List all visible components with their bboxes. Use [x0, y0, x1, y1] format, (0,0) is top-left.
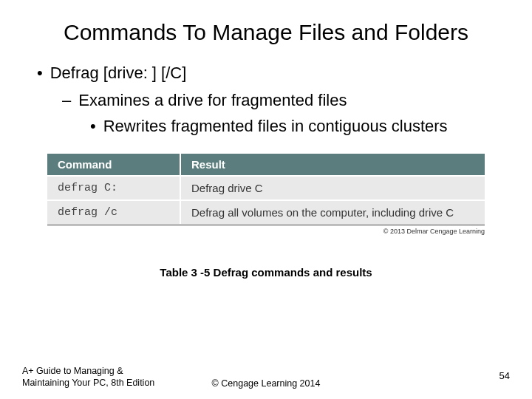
- bullet-dash-icon: –: [62, 91, 71, 109]
- footer-book-line1: A+ Guide to Managing &: [22, 366, 123, 376]
- bullet-level-2: –Examines a drive for fragmented files: [30, 89, 510, 112]
- bullet-level-3: •Rewrites fragmented files in contiguous…: [30, 115, 510, 138]
- table-header-result: Result: [180, 154, 485, 176]
- bullet-2-text: Examines a drive for fragmented files: [78, 91, 347, 109]
- table-row: defrag /c Defrag all volumes on the comp…: [47, 200, 485, 224]
- footer-book-title: A+ Guide to Managing & Maintaining Your …: [22, 365, 154, 389]
- table-row: defrag C: Defrag drive C: [47, 176, 485, 200]
- table-header-command: Command: [47, 154, 180, 176]
- table-copyright: © 2013 Delmar Cengage Learning: [22, 228, 485, 235]
- bullet-dot-icon: •: [37, 64, 43, 82]
- table-caption: Table 3 -5 Defrag commands and results: [22, 266, 510, 279]
- bullet-level-1: •Defrag [drive: ] [/C]: [30, 62, 510, 85]
- slide: Commands To Manage Files and Folders •De…: [0, 0, 532, 399]
- cell-command: defrag C:: [47, 176, 180, 200]
- slide-footer: A+ Guide to Managing & Maintaining Your …: [22, 365, 510, 389]
- bullet-3-text: Rewrites fragmented files in contiguous …: [103, 117, 448, 135]
- cell-command: defrag /c: [47, 200, 180, 224]
- page-number: 54: [499, 370, 510, 389]
- command-table-wrap: Command Result defrag C: Defrag drive C …: [47, 154, 485, 225]
- slide-title: Commands To Manage Files and Folders: [22, 19, 510, 46]
- bullet-list: •Defrag [drive: ] [/C] –Examines a drive…: [22, 62, 510, 137]
- command-table: Command Result defrag C: Defrag drive C …: [47, 154, 485, 224]
- table-rule: [47, 225, 485, 225]
- bullet-1-text: Defrag [drive: ] [/C]: [50, 64, 187, 82]
- cell-result: Defrag drive C: [180, 176, 485, 200]
- footer-copyright: © Cengage Learning 2014: [212, 378, 321, 389]
- footer-book-line2: Maintaining Your PC, 8th Edition: [22, 378, 154, 388]
- bullet-dot-icon: •: [90, 117, 96, 135]
- table-header-row: Command Result: [47, 154, 485, 176]
- cell-result: Defrag all volumes on the computer, incl…: [180, 200, 485, 224]
